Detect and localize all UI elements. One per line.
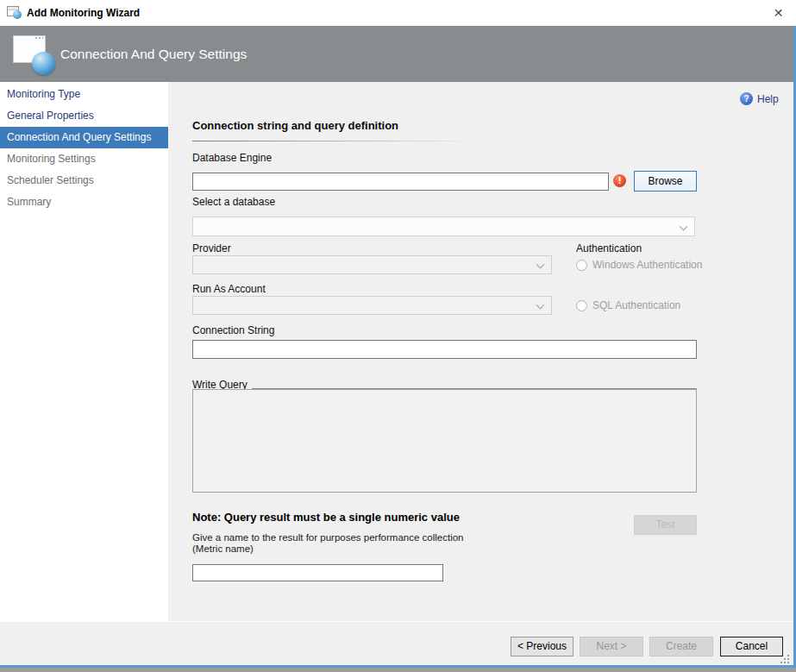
- select-database-label: Select a database: [192, 196, 275, 208]
- provider-dropdown: [192, 255, 552, 274]
- sidebar-item-monitoring-settings: Monitoring Settings: [0, 148, 168, 170]
- authentication-label: Authentication: [576, 242, 642, 254]
- footer: < Previous Next > Create Cancel: [0, 621, 796, 665]
- validation-error-icon: !: [613, 174, 626, 187]
- resize-grip-icon[interactable]: [780, 655, 791, 665]
- metric-hint-line2: (Metric name): [192, 543, 254, 554]
- database-engine-input[interactable]: [192, 173, 609, 191]
- app-icon: [7, 6, 22, 19]
- sidebar-item-connection-and-query-settings[interactable]: Connection And Query Settings: [0, 127, 168, 148]
- database-engine-label: Database Engine: [192, 152, 272, 164]
- select-database-dropdown: [192, 217, 695, 236]
- radio-icon: [576, 300, 587, 311]
- windows-authentication-label: Windows Authentication: [592, 259, 702, 271]
- create-button: Create: [649, 637, 713, 656]
- header-banner: Connection And Query Settings: [0, 26, 796, 82]
- globe-sphere-icon: [32, 52, 55, 75]
- sidebar-item-general-properties[interactable]: General Properties: [0, 105, 168, 127]
- close-button[interactable]: ✕: [767, 3, 790, 23]
- write-query-textarea: [192, 389, 697, 493]
- wizard-window: Add Monitoring Wizard ✕ Connection And Q…: [0, 0, 796, 672]
- windows-authentication-radio: Windows Authentication: [576, 259, 702, 271]
- browse-button[interactable]: Browse: [634, 171, 697, 192]
- help-button[interactable]: ? Help: [740, 92, 779, 105]
- main-content: ? Help Connection string and query defin…: [168, 82, 793, 621]
- chevron-down-icon: [536, 301, 545, 310]
- previous-button[interactable]: < Previous: [511, 637, 573, 656]
- window-border-base: [0, 668, 796, 672]
- sql-authentication-radio: SQL Authentication: [576, 299, 680, 311]
- help-icon: ?: [740, 92, 753, 105]
- sql-authentication-label: SQL Authentication: [592, 299, 680, 311]
- run-as-account-dropdown: [192, 296, 552, 315]
- chevron-down-icon: [680, 223, 688, 231]
- run-as-account-label: Run As Account: [192, 283, 266, 295]
- connection-string-input[interactable]: [192, 340, 697, 359]
- note-text: Note: Query result must be a single nume…: [192, 511, 460, 524]
- chevron-down-icon: [536, 261, 545, 269]
- sidebar-item-summary: Summary: [0, 192, 168, 213]
- connection-string-label: Connection String: [192, 324, 274, 336]
- app-icon-sphere: [13, 10, 22, 19]
- test-button: Test: [634, 515, 697, 535]
- wizard-steps-sidebar: Monitoring Type General Properties Conne…: [0, 82, 168, 621]
- window-title: Add Monitoring Wizard: [27, 0, 140, 26]
- section-divider: [192, 141, 479, 141]
- page-title: Connection And Query Settings: [60, 26, 247, 82]
- metric-hint-line1: Give a name to the result for purposes p…: [192, 532, 464, 543]
- titlebar: Add Monitoring Wizard ✕: [0, 0, 796, 26]
- section-title: Connection string and query definition: [192, 119, 398, 132]
- sidebar-item-scheduler-settings: Scheduler Settings: [0, 170, 168, 192]
- sidebar-item-monitoring-type[interactable]: Monitoring Type: [0, 84, 168, 105]
- help-label: Help: [757, 93, 779, 105]
- metric-name-input[interactable]: [192, 564, 443, 581]
- monitoring-wizard-icon: [11, 33, 60, 79]
- next-button: Next >: [580, 637, 643, 656]
- radio-icon: [576, 260, 587, 271]
- provider-label: Provider: [192, 242, 231, 254]
- cancel-button[interactable]: Cancel: [720, 637, 783, 656]
- close-icon: ✕: [774, 6, 784, 20]
